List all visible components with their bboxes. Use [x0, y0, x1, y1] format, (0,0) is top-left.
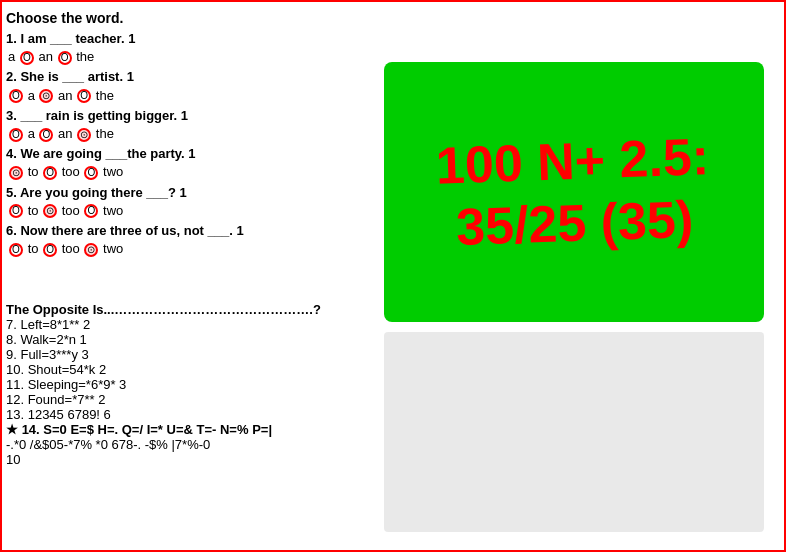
q4-circle-2[interactable]: O — [84, 166, 98, 180]
q5-options: O to ⊙ too O two — [8, 202, 396, 220]
question-6: 6. Now there are three of us, not ___. 1… — [6, 222, 396, 258]
q6-opt-too[interactable]: too — [62, 241, 80, 256]
opposite-item-5: 11. Sleeping=*6*9* 3 — [6, 377, 396, 392]
green-line-1: 100 N+ 2.5: — [435, 125, 710, 197]
q3-opt-the[interactable]: the — [96, 126, 114, 141]
green-math-box: 100 N+ 2.5: 35/25 (35) — [384, 62, 764, 322]
opposite-item-2: 8. Walk=2*n 1 — [6, 332, 396, 347]
bottom-section: The Opposite Is...……………………………………….? 7. L… — [6, 302, 396, 467]
q6-circle-2[interactable]: O — [43, 243, 57, 257]
opposite-item-10: 10 — [6, 452, 396, 467]
q2-opt-a[interactable]: a — [28, 88, 35, 103]
q1-opt-the[interactable]: the — [76, 49, 94, 64]
q5-circle-2[interactable]: O — [84, 204, 98, 218]
opposite-item-7: 13. 12345 6789! 6 — [6, 407, 396, 422]
green-line-2: 35/25 (35) — [437, 187, 712, 259]
opposite-item-9: -.*0 /&$05-*7% *0 678-. -$% |7*%-0 — [6, 437, 396, 452]
opposite-item-1: 7. Left=8*1** 2 — [6, 317, 396, 332]
question-5: 5. Are you going there ___? 1 O to ⊙ too… — [6, 184, 396, 220]
q3-opt-a[interactable]: a — [28, 126, 35, 141]
main-container: Choose the word. 1. I am ___ teacher. 1 … — [0, 0, 786, 552]
q2-circle-selected[interactable]: ⊙ — [39, 89, 53, 103]
q6-text: 6. Now there are three of us, not ___. 1 — [6, 222, 396, 240]
q4-opt-too[interactable]: too — [62, 164, 80, 179]
blurred-area — [384, 332, 764, 532]
q4-options: ⊙ to O too O two — [8, 163, 396, 181]
question-2: 2. She is ___ artist. 1 O a ⊙ an O the — [6, 68, 396, 104]
q5-text: 5. Are you going there ___? 1 — [6, 184, 396, 202]
opposite-item-8-text: 14. S=0 E=$ H=. Q=/ I=* U=& T=- N=% P=| — [22, 422, 272, 437]
question-3: 3. ___ rain is getting bigger. 1 O a O a… — [6, 107, 396, 143]
q1-circle-1[interactable]: O — [20, 51, 34, 65]
page-title: Choose the word. — [6, 10, 396, 26]
q3-opt-an[interactable]: an — [58, 126, 72, 141]
question-1: 1. I am ___ teacher. 1 a O an O the — [6, 30, 396, 66]
q2-circle-2[interactable]: O — [77, 89, 91, 103]
q2-circle-1[interactable]: O — [9, 89, 23, 103]
question-4: 4. We are going ___the party. 1 ⊙ to O t… — [6, 145, 396, 181]
q4-opt-to[interactable]: to — [28, 164, 39, 179]
q1-circle-2[interactable]: O — [58, 51, 72, 65]
q1-opt-an[interactable]: an — [38, 49, 52, 64]
q2-opt-an[interactable]: an — [58, 88, 72, 103]
q6-opt-two[interactable]: two — [103, 241, 123, 256]
q5-circle-1[interactable]: O — [9, 204, 23, 218]
left-section: Choose the word. 1. I am ___ teacher. 1 … — [6, 10, 396, 260]
q6-circle-1[interactable]: O — [9, 243, 23, 257]
q1-options: a O an O the — [8, 48, 396, 66]
q3-circle-2[interactable]: O — [39, 128, 53, 142]
q2-opt-the[interactable]: the — [96, 88, 114, 103]
q5-circle-selected[interactable]: ⊙ — [43, 204, 57, 218]
q4-circle-selected[interactable]: ⊙ — [9, 166, 23, 180]
opposite-item-4: 10. Shout=54*k 2 — [6, 362, 396, 377]
green-box-text: 100 N+ 2.5: 35/25 (35) — [435, 125, 712, 259]
q4-circle-1[interactable]: O — [43, 166, 57, 180]
q2-text: 2. She is ___ artist. 1 — [6, 68, 396, 86]
q6-options: O to O too ⊙ two — [8, 240, 396, 258]
q2-options: O a ⊙ an O the — [8, 87, 396, 105]
q6-circle-selected[interactable]: ⊙ — [84, 243, 98, 257]
q3-circle-1[interactable]: O — [9, 128, 23, 142]
q3-text: 3. ___ rain is getting bigger. 1 — [6, 107, 396, 125]
q3-circle-selected[interactable]: ⊙ — [77, 128, 91, 142]
q4-text: 4. We are going ___the party. 1 — [6, 145, 396, 163]
opposite-item-8: ★ 14. S=0 E=$ H=. Q=/ I=* U=& T=- N=% P=… — [6, 422, 396, 437]
q1-opt-a[interactable]: a — [8, 49, 15, 64]
q1-text: 1. I am ___ teacher. 1 — [6, 30, 396, 48]
q5-opt-to[interactable]: to — [28, 203, 39, 218]
q4-opt-two[interactable]: two — [103, 164, 123, 179]
q5-opt-two[interactable]: two — [103, 203, 123, 218]
q6-opt-to[interactable]: to — [28, 241, 39, 256]
star-icon: ★ — [6, 422, 18, 437]
opposite-header: The Opposite Is...……………………………………….? — [6, 302, 396, 317]
opposite-item-3: 9. Full=3***y 3 — [6, 347, 396, 362]
q3-options: O a O an ⊙ the — [8, 125, 396, 143]
q5-opt-too[interactable]: too — [62, 203, 80, 218]
opposite-item-6: 12. Found=*7** 2 — [6, 392, 396, 407]
